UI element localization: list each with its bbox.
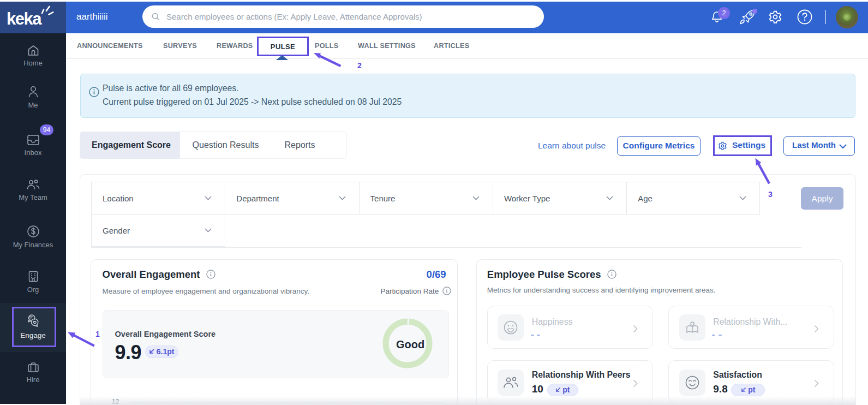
svg-text:Good: Good (396, 338, 424, 350)
